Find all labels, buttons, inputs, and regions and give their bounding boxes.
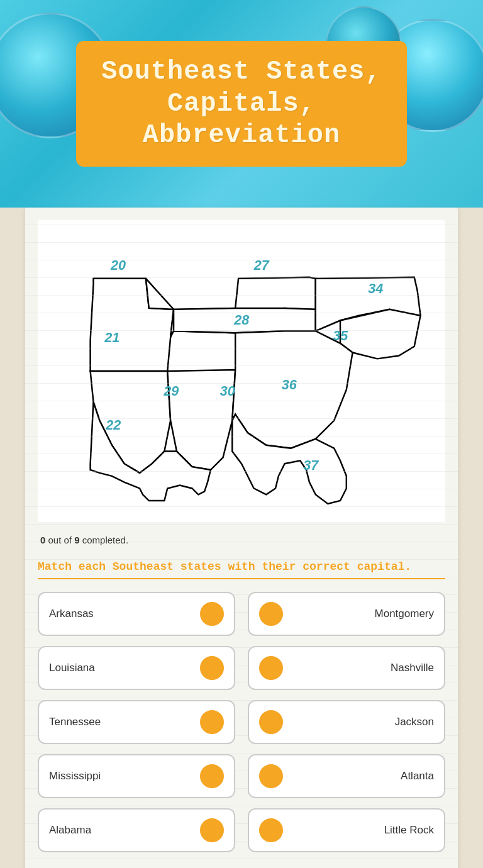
right-item-5: Little Rock	[248, 808, 445, 852]
svg-text:37: 37	[303, 457, 319, 473]
match-row: Arkansas Montgomery	[38, 592, 445, 636]
right-label-5: Little Rock	[384, 824, 434, 837]
right-item-2: Nashville	[248, 646, 445, 690]
svg-text:34: 34	[368, 281, 383, 296]
right-connector-3[interactable]	[259, 710, 283, 734]
svg-text:35: 35	[333, 328, 348, 343]
map-wrapper: 20 27 34 28 21 35 29 30 36 22 37	[44, 226, 439, 516]
right-label-3: Jackson	[395, 716, 434, 728]
svg-text:27: 27	[253, 257, 270, 273]
match-row: Alabama Little Rock	[38, 808, 445, 852]
progress-label: completed.	[82, 535, 128, 545]
left-label-5: Alabama	[49, 824, 91, 837]
right-item-3: Jackson	[248, 700, 445, 744]
left-item-2: Louisiana	[38, 646, 235, 690]
svg-text:30: 30	[220, 383, 235, 399]
right-connector-1[interactable]	[259, 602, 283, 626]
left-connector-5[interactable]	[200, 818, 224, 842]
left-connector-2[interactable]	[200, 656, 224, 680]
right-label-1: Montgomery	[375, 608, 434, 620]
svg-text:20: 20	[110, 257, 126, 273]
progress-separator: out of	[48, 535, 75, 545]
right-label-4: Atlanta	[401, 770, 434, 782]
left-label-4: Mississippi	[49, 770, 101, 782]
left-label-2: Louisiana	[49, 662, 95, 674]
match-grid: Arkansas Montgomery Louisiana Nashville …	[38, 592, 445, 852]
left-label-3: Tennessee	[49, 716, 101, 728]
match-row: Tennessee Jackson	[38, 700, 445, 744]
title-box: Southeast States, Capitals, Abbreviation	[76, 41, 406, 166]
left-connector-4[interactable]	[200, 764, 224, 788]
left-connector-3[interactable]	[200, 710, 224, 734]
map-svg: 20 27 34 28 21 35 29 30 36 22 37	[44, 226, 439, 516]
match-heading: Match each Southeast states with their c…	[38, 560, 445, 579]
left-item-5: Alabama	[38, 808, 235, 852]
page-title: Southeast States, Capitals, Abbreviation	[101, 56, 381, 151]
match-row: Louisiana Nashville	[38, 646, 445, 690]
svg-text:21: 21	[104, 330, 119, 345]
right-item-4: Atlanta	[248, 754, 445, 798]
svg-text:29: 29	[163, 383, 179, 399]
map-container: 20 27 34 28 21 35 29 30 36 22 37	[38, 220, 445, 522]
left-label-1: Arkansas	[49, 608, 94, 620]
right-connector-4[interactable]	[259, 764, 283, 788]
progress-current: 0	[40, 535, 45, 545]
progress-bar: 0 out of 9 completed.	[40, 535, 445, 545]
right-connector-2[interactable]	[259, 656, 283, 680]
svg-text:22: 22	[105, 417, 121, 433]
match-row: Mississippi Atlanta	[38, 754, 445, 798]
progress-total: 9	[74, 535, 79, 545]
left-item-4: Mississippi	[38, 754, 235, 798]
right-item-1: Montgomery	[248, 592, 445, 636]
right-connector-5[interactable]	[259, 818, 283, 842]
right-label-2: Nashville	[391, 662, 434, 674]
svg-text:28: 28	[233, 312, 249, 328]
header-section: Southeast States, Capitals, Abbreviation	[0, 0, 483, 208]
left-connector-1[interactable]	[200, 602, 224, 626]
main-content: 20 27 34 28 21 35 29 30 36 22 37 0 out o…	[25, 208, 458, 868]
left-item-1: Arkansas	[38, 592, 235, 636]
left-item-3: Tennessee	[38, 700, 235, 744]
svg-text:36: 36	[282, 377, 297, 392]
